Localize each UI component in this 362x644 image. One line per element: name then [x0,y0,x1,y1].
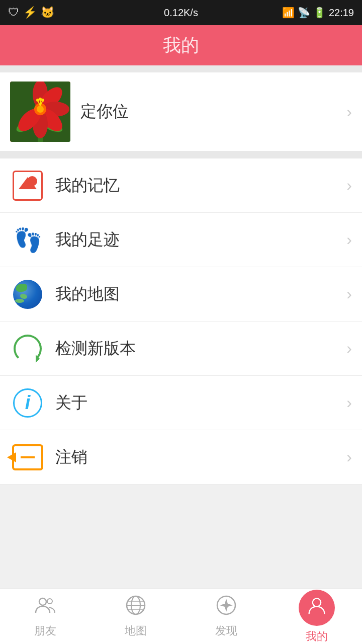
profile-chevron-icon: › [346,103,352,121]
network-speed: 0.12K/s [164,7,198,19]
wifi-icon: 📶 [282,7,295,19]
page-title: 我的 [163,33,199,58]
update-chevron-icon: › [346,339,352,358]
top-divider [0,65,362,72]
menu-label-logout: 注销 [45,446,346,468]
menu-label-update: 检测新版本 [45,338,346,360]
avatar-image [10,82,70,142]
svg-point-11 [37,106,44,113]
menu-label-about: 关于 [45,392,346,414]
discover-nav-icon [216,595,237,620]
svg-point-19 [47,599,52,604]
menu-item-logout[interactable]: 注销 › [0,430,362,485]
menu-item-footprint[interactable]: 👣 我的足迹 › [0,213,362,267]
time-display: 22:19 [329,7,354,19]
mine-nav-active-bg [299,590,335,626]
menu-item-about[interactable]: i 关于 › [0,376,362,430]
map-nav-icon [125,595,146,620]
menu-section: 我的记忆 › 👣 我的足迹 › 我的地图 › [0,158,362,485]
battery-icon: 🔋 [313,7,326,19]
logout-chevron-icon: › [346,448,352,466]
map-chevron-icon: › [346,285,352,303]
svg-marker-26 [220,599,233,612]
usb-icon: ⚡ [23,6,37,19]
status-bar: 🛡 ⚡ 🐱 0.12K/s 📶 📡 🔋 22:19 [0,0,362,25]
svg-point-17 [39,98,42,101]
menu-item-update[interactable]: 检测新版本 › [0,321,362,376]
footprint-chevron-icon: › [346,230,352,249]
bottom-nav: 朋友 地图 发现 [0,589,362,644]
nav-item-mine[interactable]: 我的 [272,589,362,644]
logout-icon [10,440,45,475]
footprint-icon: 👣 [10,222,45,258]
menu-item-memory[interactable]: 我的记忆 › [0,158,362,213]
middle-divider [0,151,362,158]
nav-item-discover[interactable]: 发现 [181,589,272,644]
profile-row[interactable]: 定你位 › [0,72,362,151]
svg-point-18 [39,598,46,605]
menu-label-map: 我的地图 [45,283,346,305]
nav-label-map: 地图 [125,623,147,638]
menu-label-memory: 我的记忆 [45,175,346,197]
nav-label-mine: 我的 [306,629,328,644]
svg-point-27 [313,598,321,606]
page-header: 我的 [0,25,362,65]
menu-item-map[interactable]: 我的地图 › [0,267,362,321]
info-icon: i [10,385,45,421]
main-content: 定你位 › 我的记忆 › 👣 我的足迹 › [0,65,362,644]
globe-icon [10,277,45,312]
nav-label-friends: 朋友 [34,623,56,638]
profile-name: 定你位 [70,101,346,123]
refresh-icon [10,331,45,366]
memory-chevron-icon: › [346,176,352,195]
friends-nav-icon [35,595,56,620]
nav-item-map[interactable]: 地图 [90,589,181,644]
shield-icon: 🛡 [8,6,19,19]
status-icons-right: 📶 📡 🔋 22:19 [282,7,354,19]
avatar [10,82,70,142]
mine-nav-icon [307,596,326,619]
nav-label-discover: 发现 [215,623,237,638]
nav-item-friends[interactable]: 朋友 [0,589,90,644]
cat-icon: 🐱 [41,6,54,19]
memory-icon [10,168,45,203]
about-chevron-icon: › [346,393,352,412]
status-icons-left: 🛡 ⚡ 🐱 [8,6,54,19]
sim-icon: 📡 [298,7,310,19]
menu-label-footprint: 我的足迹 [45,229,346,251]
